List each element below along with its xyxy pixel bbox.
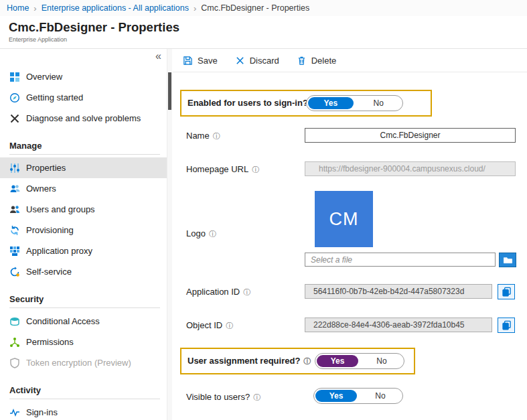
signin-toggle: Yes No — [306, 95, 403, 111]
name-label: Nameⓘ — [186, 131, 220, 141]
save-label: Save — [198, 56, 218, 66]
visible-toggle-no[interactable]: No — [360, 390, 401, 402]
info-icon[interactable]: ⓘ — [213, 132, 220, 140]
sidebar-item-token-encryption[interactable]: Token encryption (Preview) — [0, 352, 167, 373]
users-groups-icon — [9, 204, 20, 215]
sidebar-item-label: Self-service — [26, 267, 72, 277]
sidebar-item-diagnose[interactable]: Diagnose and solve problems — [0, 108, 167, 129]
sidebar-item-self-service[interactable]: Self-service — [0, 261, 167, 282]
logo-label: Logoⓘ — [186, 228, 216, 239]
diagnose-icon — [9, 113, 20, 124]
discard-icon — [235, 56, 245, 66]
breadcrumb-home[interactable]: Home — [7, 3, 29, 13]
copy-application-id-button[interactable] — [498, 284, 515, 299]
visible-toggle: Yes No — [313, 388, 403, 404]
sidebar-item-label: Properties — [26, 163, 66, 173]
visible-label: Visible to users?ⓘ — [186, 392, 260, 403]
homepage-label: Homepage URLⓘ — [186, 164, 259, 175]
sidebar-item-label: Owners — [26, 184, 56, 194]
discard-button[interactable]: Discard — [235, 56, 279, 66]
sidebar-section-security: Security — [0, 292, 167, 305]
sidebar-item-label: Conditional Access — [26, 316, 100, 326]
menu-scrollbar[interactable] — [167, 49, 172, 420]
getting-started-icon — [9, 92, 20, 103]
signin-label: Enabled for users to sign-in?ⓘ — [181, 98, 319, 109]
breadcrumb: Home › Enterprise applications - All app… — [0, 0, 527, 16]
info-icon[interactable]: ⓘ — [253, 393, 260, 401]
page-header: Cmc.FbDesigner - Properties Enterprise A… — [9, 16, 179, 43]
properties-icon — [9, 163, 20, 173]
sidebar-item-sign-ins[interactable]: Sign-ins — [0, 402, 167, 420]
info-icon[interactable]: ⓘ — [243, 288, 250, 296]
sidebar-item-label: Provisioning — [26, 225, 74, 235]
sidebar-item-users-and-groups[interactable]: Users and groups — [0, 199, 167, 220]
copy-icon — [502, 320, 512, 330]
sidebar-item-label: Users and groups — [26, 204, 95, 214]
app-logo: CM — [315, 191, 373, 247]
provisioning-icon — [9, 225, 20, 236]
sidebar-item-label: Overview — [26, 72, 62, 82]
permissions-icon — [9, 337, 20, 348]
divider — [9, 307, 160, 308]
info-icon[interactable]: ⓘ — [252, 165, 259, 173]
sidebar-item-label: Application proxy — [26, 246, 92, 256]
info-icon[interactable]: ⓘ — [303, 357, 311, 365]
sidebar-item-label: Token encryption (Preview) — [26, 358, 131, 368]
info-icon[interactable]: ⓘ — [226, 322, 233, 330]
collapse-sidebar-button[interactable]: « — [155, 51, 161, 62]
chevron-right-icon: › — [33, 3, 36, 13]
breadcrumb-enterprise-applications[interactable]: Enterprise applications - All applicatio… — [42, 3, 189, 13]
toolbar: Save Discard Delete — [173, 49, 527, 72]
page-title: Cmc.FbDesigner - Properties — [9, 20, 179, 35]
application-id-value — [305, 284, 492, 299]
workspace: « Overview Getting started Diagnose and … — [0, 48, 527, 420]
sign-ins-icon — [9, 407, 20, 418]
sidebar-item-permissions[interactable]: Permissions — [0, 332, 167, 352]
application-id-label: Application IDⓘ — [186, 287, 250, 297]
sidebar-item-label: Getting started — [26, 92, 83, 102]
user-assignment-toggle-no[interactable]: No — [361, 355, 402, 367]
signin-toggle-yes[interactable]: Yes — [308, 97, 354, 109]
user-assignment-highlight-box: User assignment required?ⓘ Yes No — [180, 348, 415, 374]
properties-form: Enabled for users to sign-in?ⓘ Yes No Na… — [173, 73, 527, 420]
browse-file-button[interactable] — [499, 253, 516, 267]
copy-object-id-button[interactable] — [498, 318, 515, 333]
signin-toggle-no[interactable]: No — [356, 97, 402, 109]
sidebar: « Overview Getting started Diagnose and … — [0, 49, 167, 420]
sidebar-section-activity: Activity — [0, 383, 167, 397]
signin-highlight-box: Enabled for users to sign-in?ⓘ Yes No — [180, 90, 432, 117]
discard-label: Discard — [250, 56, 279, 66]
sidebar-item-properties[interactable]: Properties — [0, 157, 167, 178]
menu-scrollbar-thumb[interactable] — [168, 72, 171, 110]
divider — [9, 154, 160, 155]
info-icon[interactable]: ⓘ — [209, 230, 216, 238]
conditional-access-icon — [9, 316, 20, 327]
delete-label: Delete — [311, 56, 337, 66]
sidebar-item-label: Permissions — [26, 337, 74, 347]
sidebar-item-application-proxy[interactable]: Application proxy — [0, 240, 167, 261]
owners-icon — [9, 184, 20, 194]
token-encryption-icon — [9, 358, 20, 368]
page-subtitle: Enterprise Application — [9, 36, 179, 43]
delete-button[interactable]: Delete — [297, 56, 337, 66]
sidebar-section-manage: Manage — [0, 139, 167, 152]
name-input[interactable] — [305, 128, 516, 143]
user-assignment-label: User assignment required?ⓘ — [181, 356, 311, 366]
sidebar-item-conditional-access[interactable]: Conditional Access — [0, 311, 167, 332]
content-pane: Save Discard Delete Enabled for users to… — [173, 49, 527, 420]
application-proxy-icon — [9, 246, 20, 257]
save-button[interactable]: Save — [183, 56, 218, 66]
sidebar-item-owners[interactable]: Owners — [0, 178, 167, 199]
copy-icon — [502, 287, 512, 297]
sidebar-item-overview[interactable]: Overview — [0, 66, 167, 87]
homepage-input — [305, 161, 516, 176]
save-icon — [183, 56, 193, 66]
sidebar-item-provisioning[interactable]: Provisioning — [0, 220, 167, 240]
sidebar-item-getting-started[interactable]: Getting started — [0, 87, 167, 108]
overview-icon — [9, 72, 20, 82]
folder-icon — [503, 255, 513, 265]
user-assignment-toggle-yes[interactable]: Yes — [317, 355, 358, 367]
visible-toggle-yes[interactable]: Yes — [315, 390, 357, 402]
object-id-value — [305, 318, 492, 332]
logo-file-input[interactable] — [305, 253, 496, 267]
